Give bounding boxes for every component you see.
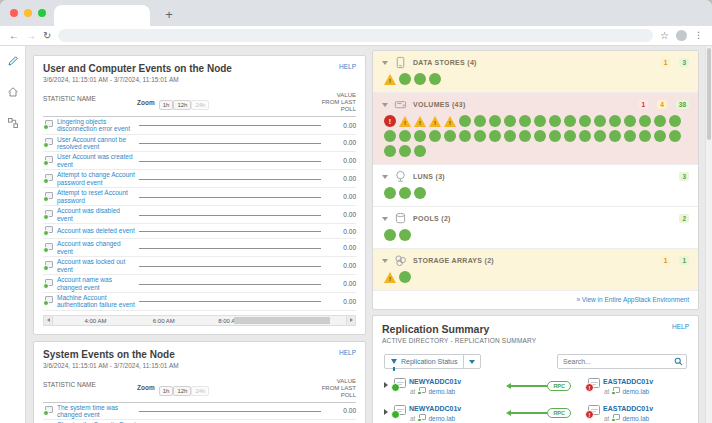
status-dot-ok[interactable] — [474, 115, 486, 127]
status-dot-ok[interactable] — [519, 115, 531, 127]
status-dot-ok[interactable] — [549, 130, 561, 142]
storage-section-header[interactable]: VOLUMES (43)1438 — [373, 93, 698, 113]
collapse-caret-icon[interactable] — [382, 217, 388, 221]
status-dot-ok[interactable] — [594, 115, 606, 127]
status-dot-ok[interactable] — [519, 130, 531, 142]
status-dot-ok[interactable] — [669, 130, 681, 142]
status-dot-ok[interactable] — [459, 130, 471, 142]
status-dot-ok[interactable] — [399, 73, 411, 85]
statistic-link[interactable]: Attempt to change Account password event — [57, 171, 137, 186]
close-window-button[interactable] — [10, 9, 18, 17]
statistic-link[interactable]: Account was locked out event — [57, 258, 137, 273]
status-dot-ok[interactable] — [534, 115, 546, 127]
status-dot-ok[interactable] — [669, 115, 681, 127]
maximize-window-button[interactable] — [38, 9, 46, 17]
collapse-caret-icon[interactable] — [382, 259, 388, 263]
statistic-link[interactable]: Lingering objects disconnection error ev… — [57, 118, 137, 133]
status-dot-ok[interactable] — [399, 187, 411, 199]
status-dot-ok[interactable] — [489, 130, 501, 142]
status-dot-ok[interactable] — [444, 130, 456, 142]
status-dot-ok[interactable] — [384, 187, 396, 199]
search-input[interactable] — [558, 358, 670, 365]
statistic-link[interactable]: Account was changed event — [57, 240, 137, 255]
status-dot-ok[interactable] — [384, 130, 396, 142]
status-dot-ok[interactable] — [399, 229, 411, 241]
status-dot-ok[interactable] — [414, 187, 426, 199]
status-dot-ok[interactable] — [639, 115, 651, 127]
status-dot-ok[interactable] — [504, 130, 516, 142]
status-dot-ok[interactable] — [414, 145, 426, 157]
statistic-link[interactable]: User Account cannot be resolved event — [57, 136, 137, 151]
expand-caret-icon[interactable] — [384, 382, 388, 388]
status-dot-warning[interactable] — [384, 74, 396, 85]
collapse-caret-icon[interactable] — [382, 61, 388, 65]
status-dot-ok[interactable] — [609, 130, 621, 142]
replication-status-filter-button[interactable]: Replication Status — [384, 354, 481, 369]
scrollbar-thumb[interactable] — [234, 317, 330, 324]
status-dot-ok[interactable] — [399, 130, 411, 142]
appstack-icon[interactable] — [7, 115, 19, 133]
zoom-1h-button[interactable]: 1h — [159, 100, 174, 110]
status-dot-ok[interactable] — [564, 130, 576, 142]
status-dot-warning[interactable] — [384, 272, 396, 283]
storage-section-header[interactable]: LUNS (3)3 — [373, 165, 698, 185]
help-link[interactable]: HELP — [339, 349, 356, 356]
status-dot-ok[interactable] — [579, 130, 591, 142]
status-dot-ok[interactable] — [609, 115, 621, 127]
statistic-link[interactable]: Attempt to reset Account password — [57, 189, 137, 204]
statistic-link[interactable]: Machine Account authentication failure e… — [57, 294, 137, 309]
status-dot-ok[interactable] — [654, 130, 666, 142]
statistic-link[interactable]: The system time was changed event — [57, 404, 137, 419]
node-link[interactable]: EASTADDC01v — [603, 405, 653, 412]
address-bar[interactable] — [58, 29, 653, 42]
filter-dropdown-button[interactable] — [463, 355, 480, 368]
node-link[interactable]: NEWYADDC01v — [409, 405, 461, 412]
storage-section-header[interactable]: DATA STORES (4)13 — [373, 51, 698, 71]
status-dot-ok[interactable] — [639, 130, 651, 142]
collapse-caret-icon[interactable] — [382, 175, 388, 179]
status-dot-ok[interactable] — [579, 115, 591, 127]
view-appstack-link[interactable]: » View in Entire AppStack Environment — [373, 291, 698, 309]
statistic-link[interactable]: Account was disabled event — [57, 207, 137, 222]
status-dot-ok[interactable] — [504, 115, 516, 127]
scroll-left-button[interactable] — [44, 316, 53, 325]
status-dot-ok[interactable] — [429, 130, 441, 142]
status-dot-warning[interactable] — [414, 116, 426, 127]
status-dot-ok[interactable] — [654, 115, 666, 127]
domain-link[interactable]: demo.lab — [428, 388, 455, 395]
collapse-caret-icon[interactable] — [382, 103, 388, 107]
scrollbar-thumb[interactable] — [707, 48, 711, 140]
browser-tab[interactable] — [54, 5, 150, 26]
domain-link[interactable]: demo.lab — [622, 415, 649, 422]
menu-icon[interactable]: ⋮ — [694, 31, 703, 40]
status-dot-ok[interactable] — [624, 130, 636, 142]
status-dot-ok[interactable] — [384, 229, 396, 241]
status-dot-ok[interactable] — [474, 130, 486, 142]
status-dot-critical[interactable] — [384, 115, 396, 127]
status-dot-ok[interactable] — [414, 73, 426, 85]
status-dot-warning[interactable] — [399, 116, 411, 127]
status-dot-warning[interactable] — [444, 116, 456, 127]
status-dot-warning[interactable] — [429, 116, 441, 127]
node-link[interactable]: EASTADDC01v — [603, 378, 653, 385]
time-scrollbar[interactable]: 4:00 AM6:00 AM8:00 AM10:00 AM — [43, 315, 356, 326]
statistic-link[interactable]: User Account was created event — [57, 153, 137, 168]
star-icon[interactable]: ☆ — [660, 31, 669, 41]
page-scrollbar[interactable] — [705, 46, 712, 423]
status-dot-ok[interactable] — [489, 115, 501, 127]
status-dot-ok[interactable] — [459, 115, 471, 127]
storage-section-header[interactable]: POOLS (2)2 — [373, 207, 698, 227]
domain-link[interactable]: demo.lab — [428, 415, 455, 422]
forward-icon[interactable]: → — [26, 31, 36, 41]
status-dot-ok[interactable] — [564, 115, 576, 127]
help-link[interactable]: HELP — [672, 323, 689, 330]
node-link[interactable]: NEWYADDC01v — [409, 378, 461, 385]
help-link[interactable]: HELP — [339, 63, 356, 70]
refresh-icon[interactable]: ↻ — [43, 31, 51, 41]
expand-caret-icon[interactable] — [384, 409, 388, 415]
status-dot-ok[interactable] — [429, 73, 441, 85]
search-button[interactable] — [670, 355, 686, 368]
minimize-window-button[interactable] — [24, 9, 32, 17]
storage-section-header[interactable]: STORAGE ARRAYS (2)11 — [373, 249, 698, 269]
status-dot-ok[interactable] — [534, 130, 546, 142]
